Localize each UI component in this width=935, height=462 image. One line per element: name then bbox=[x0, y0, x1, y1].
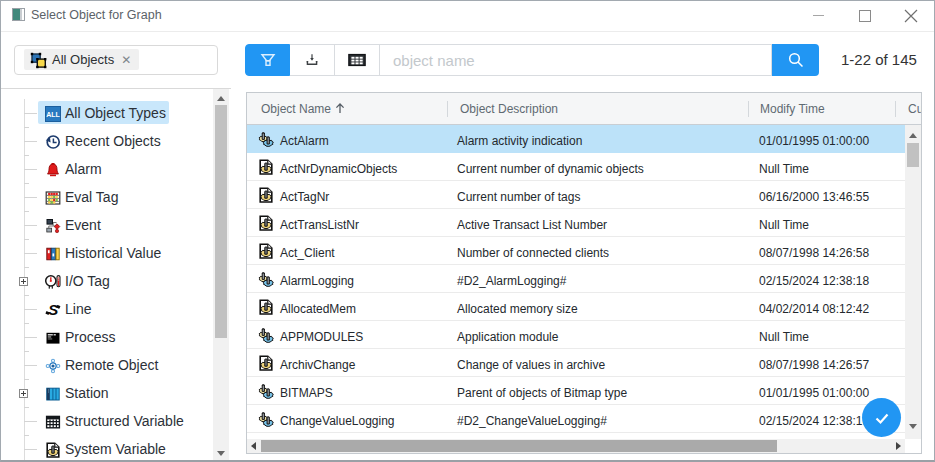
svg-text:ALL: ALL bbox=[46, 111, 60, 118]
svg-text:S: S bbox=[48, 302, 58, 318]
